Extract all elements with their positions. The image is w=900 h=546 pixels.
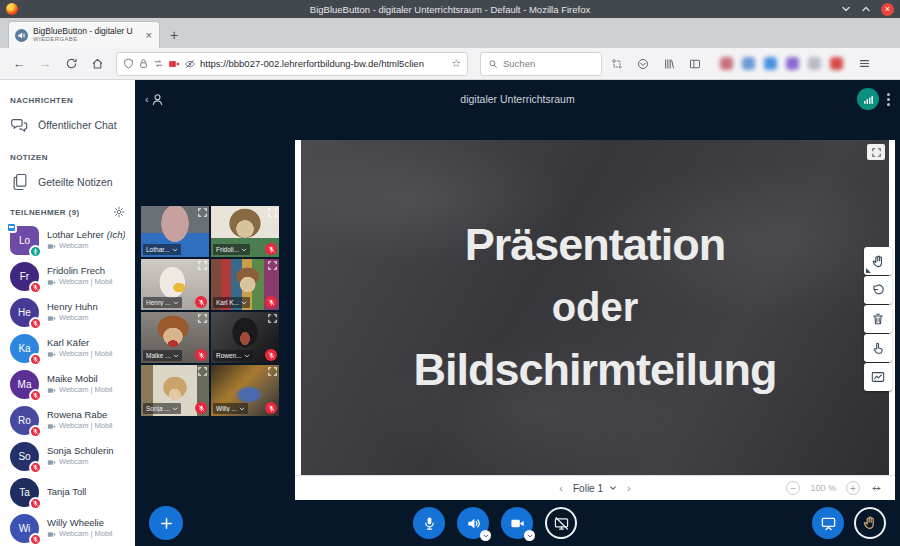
participant-row[interactable]: So Sonja Schülerin Webcam [0, 438, 135, 474]
participant-row[interactable]: Fr Fridolin Frech Webcam | Mobil [0, 258, 135, 294]
new-tab-button[interactable]: + [170, 27, 178, 43]
fullscreen-icon[interactable] [268, 367, 277, 376]
extension-icon[interactable] [720, 57, 733, 70]
webcam-tile[interactable]: Sonja ... [141, 365, 209, 416]
extension-icon[interactable] [808, 57, 821, 70]
browser-tab[interactable]: BigBlueButton - digitaler U WIEDERGABE × [8, 21, 160, 48]
webcam-tile[interactable]: Karl K... [211, 259, 279, 310]
leave-audio-button[interactable] [457, 507, 489, 539]
mic-on-badge [29, 245, 42, 258]
fullscreen-icon[interactable] [198, 208, 207, 217]
webcam-name-label[interactable]: Fridoli... [213, 244, 250, 255]
fullscreen-icon[interactable] [198, 314, 207, 323]
webcam-name-label[interactable]: Lothar... [143, 244, 181, 255]
webcam-tile[interactable]: Lothar... [141, 206, 209, 257]
forward-button[interactable]: → [34, 53, 56, 75]
tab-close-button[interactable]: × [145, 29, 153, 41]
webcam-tile[interactable]: Rowen... [211, 312, 279, 363]
webcam-tile[interactable]: Henry ... [141, 259, 209, 310]
maximize-button[interactable] [861, 4, 871, 14]
actions-plus-button[interactable] [149, 506, 183, 540]
library-icon[interactable] [658, 53, 680, 75]
minimize-button[interactable] [841, 4, 851, 14]
multi-user-whiteboard-button[interactable] [864, 334, 892, 362]
webcam-name-label[interactable]: Karl K... [213, 297, 250, 308]
fullscreen-icon[interactable] [198, 367, 207, 376]
fullscreen-icon[interactable] [268, 314, 277, 323]
webcam-name-label[interactable]: Rowen... [213, 350, 253, 361]
minimize-presentation-button[interactable] [812, 507, 844, 539]
chevron-down-icon [172, 247, 178, 253]
permissions-icon[interactable] [153, 58, 164, 69]
extension-icon[interactable] [830, 57, 843, 70]
participant-row[interactable]: Ta Tanja Toll [0, 474, 135, 510]
previous-slide-button[interactable]: ‹ [559, 482, 563, 494]
sidebar-item-public-chat[interactable]: Öffentlicher Chat [0, 109, 135, 141]
tracking-shield-icon[interactable] [123, 58, 134, 69]
search-field[interactable]: Suchen [480, 52, 602, 76]
zoom-in-button[interactable]: + [846, 481, 860, 495]
url-bar[interactable]: https://bbb027-002.lehrerfortbildung-bw.… [116, 52, 468, 76]
smart-slides-button[interactable] [864, 363, 892, 391]
presentation-slide[interactable]: Präsentation oder Bildschirmteilung [301, 140, 889, 475]
zoom-out-button[interactable]: − [786, 481, 800, 495]
audio-options-chevron[interactable] [480, 530, 491, 541]
webcam-name-label[interactable]: Sonja ... [143, 403, 181, 414]
participants-settings-gear-icon[interactable] [113, 206, 125, 218]
presentation-fullscreen-button[interactable] [867, 144, 885, 160]
slide-select[interactable]: Folie 1 [573, 483, 617, 494]
hamburger-menu-icon[interactable] [853, 53, 875, 75]
webcam-tile[interactable]: Fridoli... [211, 206, 279, 257]
meeting-header: ‹ digitaler Unterrichtsraum [135, 80, 900, 118]
fullscreen-icon[interactable] [198, 261, 207, 270]
mute-microphone-button[interactable] [413, 507, 445, 539]
webcam-tile[interactable]: Willy ... [211, 365, 279, 416]
participant-row[interactable]: Wi Willy Wheelie Webcam | Mobil [0, 510, 135, 546]
back-button[interactable]: ← [8, 53, 30, 75]
fullscreen-icon[interactable] [268, 208, 277, 217]
webcam-share-button[interactable] [501, 507, 533, 539]
bbb-sidebar: NACHRICHTEN Öffentlicher Chat NOTIZEN Ge… [0, 80, 135, 546]
sidebar-item-shared-notes[interactable]: Geteilte Notizen [0, 166, 135, 198]
pan-tool-button[interactable] [864, 247, 892, 275]
sidebar-toggle-icon[interactable] [684, 53, 706, 75]
undo-annotation-button[interactable] [864, 276, 892, 304]
webcam-name-label[interactable]: Henry ... [143, 297, 182, 308]
eye-blocked-icon[interactable] [184, 58, 196, 70]
extension-icon[interactable] [742, 57, 755, 70]
extension-icon[interactable] [764, 57, 777, 70]
webcam-options-chevron[interactable] [524, 530, 535, 541]
camera-in-use-icon[interactable] [168, 58, 180, 70]
close-window-button[interactable]: × [881, 3, 894, 16]
extension-icon[interactable] [786, 57, 799, 70]
webcam-name-label[interactable]: Willy ... [213, 403, 248, 414]
participant-row[interactable]: He Henry Huhn Webcam [0, 294, 135, 330]
mic-muted-badge [265, 402, 277, 414]
participant-row[interactable]: Lo Lothar Lehrer (Ich) Webcam [0, 222, 135, 258]
webcam-tile[interactable]: Maike ... [141, 312, 209, 363]
participant-row[interactable]: Ka Karl Käfer Webcam | Mobil [0, 330, 135, 366]
webcam-name-label[interactable]: Maike ... [143, 350, 182, 361]
options-menu-button[interactable] [887, 93, 890, 106]
reload-button[interactable] [60, 53, 82, 75]
screenshot-tool-icon[interactable] [606, 53, 628, 75]
whiteboard-toolbar [864, 247, 892, 391]
home-button[interactable] [86, 53, 108, 75]
raise-hand-button[interactable] [854, 507, 886, 539]
signal-bars-icon [862, 93, 875, 106]
fit-width-button[interactable] [870, 482, 883, 495]
avatar: Ma [10, 370, 39, 399]
connection-status-button[interactable] [857, 88, 879, 110]
participant-row[interactable]: Ro Rowena Rabe Webcam | Mobil [0, 402, 135, 438]
clear-annotations-button[interactable] [864, 305, 892, 333]
screenshare-button[interactable] [545, 507, 577, 539]
next-slide-button[interactable]: › [627, 482, 631, 494]
webcam-icon [47, 530, 56, 539]
url-text[interactable]: https://bbb027-002.lehrerfortbildung-bw.… [200, 58, 447, 69]
fullscreen-icon[interactable] [268, 261, 277, 270]
bookmark-star-icon[interactable]: ☆ [451, 57, 461, 70]
lock-icon[interactable] [138, 58, 149, 69]
mic-muted-badge [29, 461, 42, 474]
pocket-icon[interactable] [632, 53, 654, 75]
participant-row[interactable]: Ma Maike Mobil Webcam | Mobil [0, 366, 135, 402]
